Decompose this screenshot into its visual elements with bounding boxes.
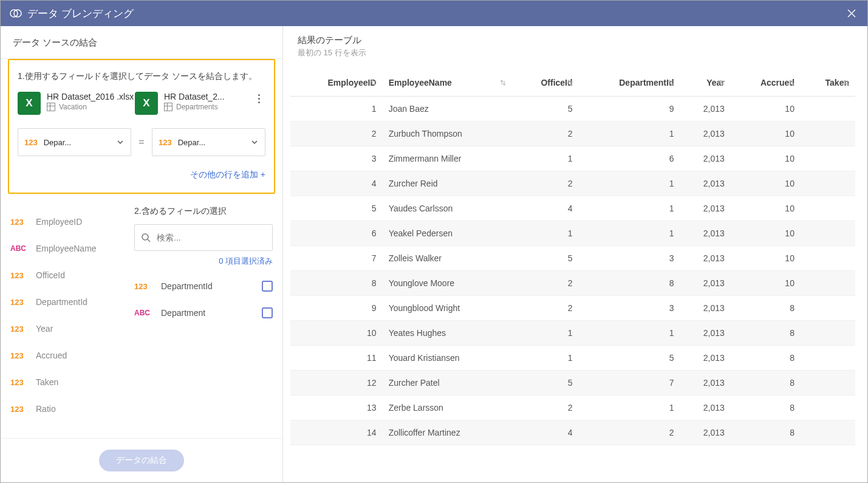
- column-header[interactable]: OfficeId: [512, 69, 578, 97]
- table-cell: 5: [579, 346, 680, 371]
- svg-point-4: [142, 234, 148, 240]
- type-numeric-icon: 123: [10, 218, 30, 227]
- field-item[interactable]: 123Ratio: [8, 396, 129, 422]
- column-header[interactable]: EmployeeName: [383, 69, 513, 97]
- field-checkbox[interactable]: [262, 307, 273, 318]
- table-row[interactable]: 5Yaudes Carlsson412,01310: [290, 196, 855, 221]
- column-header[interactable]: Accrued: [731, 69, 801, 97]
- field-checkbox[interactable]: [262, 281, 273, 292]
- table-cell: [801, 171, 855, 196]
- field-item[interactable]: 123Accrued: [8, 342, 129, 369]
- blend-icon: [9, 7, 22, 20]
- table-cell: 1: [512, 321, 578, 346]
- table-cell: 1: [512, 146, 578, 171]
- field-search-input[interactable]: [157, 233, 266, 242]
- table-cell: 2: [512, 396, 578, 420]
- type-text-icon: ABC: [134, 309, 155, 317]
- table-cell: Zimmermann Miller: [383, 146, 513, 171]
- column-header[interactable]: EmployeeID: [290, 69, 383, 97]
- table-cell: Yeakel Pedersen: [383, 221, 513, 246]
- table-cell: 1: [579, 396, 680, 420]
- join-field-a-dropdown[interactable]: 123 Depar...: [18, 128, 131, 156]
- table-row[interactable]: 6Yeakel Pedersen112,01310: [290, 221, 855, 246]
- close-button[interactable]: [844, 6, 859, 21]
- field-name: Ratio: [36, 404, 56, 414]
- table-row[interactable]: 13Zerbe Larsson212,0138: [290, 396, 855, 420]
- result-subtitle: 最初の 15 行を表示: [298, 47, 853, 58]
- type-numeric-icon: 123: [10, 324, 30, 334]
- table-row[interactable]: 4Zurcher Reid212,01310: [290, 171, 855, 196]
- type-numeric-icon: 123: [134, 282, 155, 291]
- table-row[interactable]: 10Yeates Hughes112,0138: [290, 321, 855, 346]
- table-cell: [801, 221, 855, 246]
- table-row[interactable]: 12Zurcher Patel572,0138: [290, 371, 855, 396]
- table-cell: [801, 396, 855, 420]
- table-cell: 10: [731, 196, 801, 221]
- right-panel: 結果のテーブル 最初の 15 行を表示 EmployeeIDEmployeeNa…: [283, 26, 867, 482]
- column-header[interactable]: DepartmentId: [579, 69, 680, 97]
- table-cell: [801, 296, 855, 321]
- table-cell: [801, 97, 855, 122]
- table-cell: 8: [731, 420, 801, 445]
- table-cell: [801, 420, 855, 445]
- add-join-row-link[interactable]: その他の行を追加 +: [190, 170, 265, 179]
- table-row[interactable]: 3Zimmermann Miller162,01310: [290, 146, 855, 171]
- table-cell: 8: [731, 321, 801, 346]
- table-cell: 8: [731, 396, 801, 420]
- table-cell: 12: [290, 371, 383, 396]
- combine-data-button[interactable]: データの結合: [99, 450, 184, 471]
- table-cell: 10: [290, 321, 383, 346]
- table-row[interactable]: 11Youard Kristiansen152,0138: [290, 346, 855, 371]
- field-item[interactable]: 123DepartmentId: [8, 289, 129, 315]
- table-cell: 8: [290, 271, 383, 296]
- table-cell: 1: [579, 196, 680, 221]
- table-cell: 8: [731, 371, 801, 396]
- table-cell: 2,013: [680, 221, 730, 246]
- sort-icon: [566, 78, 574, 87]
- field-item[interactable]: 123Taken: [8, 369, 129, 396]
- titlebar: データ ブレンディング: [1, 1, 867, 26]
- search-icon: [141, 233, 151, 242]
- field-item[interactable]: 123OfficeId: [8, 262, 129, 289]
- field-item[interactable]: 123Year: [8, 315, 129, 342]
- selectable-field-item[interactable]: ABCDepartment: [134, 300, 273, 326]
- source-a: X HR Dataset_2016 .xlsx Vacation: [18, 92, 135, 115]
- source-more-button[interactable]: [252, 92, 265, 106]
- table-cell: 2,013: [680, 146, 730, 171]
- table-cell: 5: [512, 246, 578, 271]
- table-cell: 6: [579, 146, 680, 171]
- table-cell: Yaudes Carlsson: [383, 196, 513, 221]
- table-row[interactable]: 7Zolleis Walker532,01310: [290, 246, 855, 271]
- table-cell: 1: [579, 122, 680, 146]
- table-cell: Younglove Moore: [383, 271, 513, 296]
- field-item[interactable]: 123EmployeeID: [8, 208, 129, 235]
- table-row[interactable]: 1Joan Baez592,01310: [290, 97, 855, 122]
- table-cell: 10: [731, 146, 801, 171]
- step2-title: 2.含めるフィールの選択: [134, 206, 273, 217]
- column-header[interactable]: Taken: [801, 69, 855, 97]
- table-cell: 3: [290, 146, 383, 171]
- selectable-field-item[interactable]: 123DepartmentId: [134, 273, 273, 300]
- table-cell: 2,013: [680, 420, 730, 445]
- source-b-sheet: Departments: [176, 103, 218, 111]
- left-heading: データ ソースの結合: [1, 26, 282, 59]
- step1-title: 1.使用するフィールドを選択してデータ ソースを結合します。: [18, 71, 265, 82]
- table-row[interactable]: 8Younglove Moore282,01310: [290, 271, 855, 296]
- table-cell: 3: [579, 296, 680, 321]
- join-field-b-dropdown[interactable]: 123 Depar...: [152, 128, 265, 156]
- table-cell: 11: [290, 346, 383, 371]
- left-panel: データ ソースの結合 1.使用するフィールドを選択してデータ ソースを結合します…: [1, 26, 283, 482]
- field-search[interactable]: [134, 224, 273, 251]
- excel-icon: X: [18, 92, 41, 115]
- type-text-icon: ABC: [10, 244, 30, 253]
- table-cell: 1: [512, 221, 578, 246]
- field-item[interactable]: ABCEmployeeName: [8, 235, 129, 262]
- column-header[interactable]: Year: [680, 69, 730, 97]
- table-cell: 2,013: [680, 97, 730, 122]
- table-row[interactable]: 9Youngblood Wright232,0138: [290, 296, 855, 321]
- table-cell: [801, 346, 855, 371]
- table-cell: 1: [579, 321, 680, 346]
- table-row[interactable]: 14Zollicoffer Martinez422,0138: [290, 420, 855, 445]
- table-cell: 2,013: [680, 122, 730, 146]
- table-row[interactable]: 2Zurbuch Thompson212,01310: [290, 122, 855, 146]
